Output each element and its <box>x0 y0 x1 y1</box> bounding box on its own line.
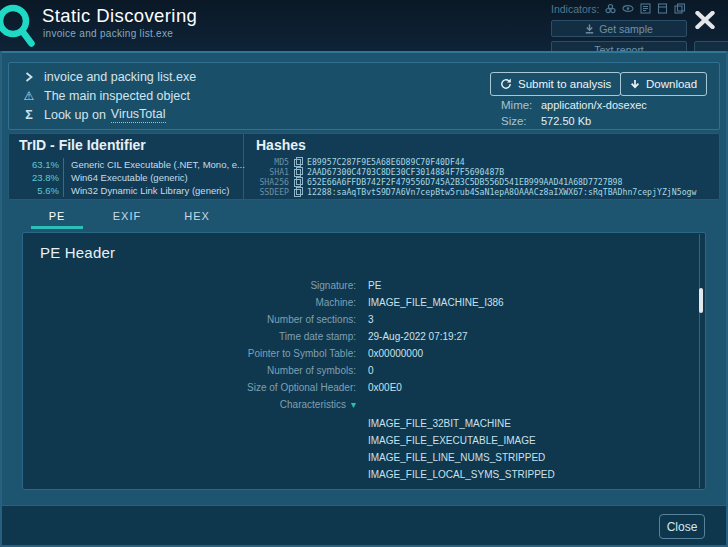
warning-triangle-icon: ⚠ <box>22 90 36 102</box>
characteristic-item: IMAGE_FILE_32BIT_MACHINE <box>368 418 555 435</box>
copy-icon[interactable] <box>294 167 303 177</box>
size-value: 572.50 Kb <box>541 115 591 127</box>
dialog-header: Static Discovering invoice and packing l… <box>0 0 728 53</box>
virustotal-icon: Σ <box>22 109 36 122</box>
dialog-title: Static Discovering <box>42 5 197 27</box>
file-name-text: invoice and packing list.exe <box>44 70 196 84</box>
pe-row-number-of-sections: Number of sections: 3 <box>23 311 705 328</box>
hash-row-sha1: SHA1 2AAD67300C4703C8DE30CF3014884F7F569… <box>247 167 696 177</box>
close-dialog-x-icon[interactable] <box>695 11 715 33</box>
pe-row-signature: Signature: PE <box>23 277 705 294</box>
mime-row: Mime: application/x-dosexec <box>501 98 647 112</box>
hash-row-ssdeep: SSDEEP 12288:saAqTBvtS9D7A6Vn7cepBtw5rub… <box>247 187 696 197</box>
inspected-object-text: The main inspected object <box>44 89 190 103</box>
lookup-text: Look up on <box>44 108 106 122</box>
tab-hex[interactable]: HEX <box>162 205 232 229</box>
pe-row-characteristics[interactable]: Characteristics▾ <box>23 396 705 413</box>
pe-header-title: PE Header <box>40 244 115 261</box>
file-name-row[interactable]: invoice and packing list.exe <box>22 68 196 86</box>
hash-row-sha256: SHA256 652E66A6FFDB742F2F479556D745A2B3C… <box>247 177 696 187</box>
hashes-title: Hashes <box>256 137 306 153</box>
hash-row-md5: MD5 E89957C287F9E5A68E6D89C70F40DF44 <box>247 157 696 167</box>
indicators-row: Indicators: <box>551 2 686 15</box>
pe-row-machine: Machine: IMAGE_FILE_MACHINE_I386 <box>23 294 705 311</box>
refresh-icon <box>500 78 512 90</box>
file-info-panel: invoice and packing list.exe ⚠ The main … <box>8 62 720 130</box>
pe-header-rows: Signature: PE Machine: IMAGE_FILE_MACHIN… <box>23 277 705 413</box>
report-list-icon <box>640 0 651 18</box>
indicators-label: Indicators: <box>551 3 599 15</box>
characteristic-item: IMAGE_FILE_LOCAL_SYMS_STRIPPED <box>368 469 555 486</box>
pe-row-pointer-symbol-table: Pointer to Symbol Table: 0x00000000 <box>23 345 705 362</box>
characteristics-label: Characteristics <box>280 399 346 410</box>
active-tab-underline <box>31 226 83 229</box>
virustotal-lookup-row[interactable]: Σ Look up on VirusTotal <box>22 106 166 124</box>
copy-icon[interactable] <box>294 177 303 187</box>
trid-row: 63.1% Generic CIL Executable (.NET, Mono… <box>9 158 245 171</box>
tab-pe[interactable]: PE <box>22 205 92 229</box>
eye-icon <box>622 0 634 18</box>
characteristic-item: IMAGE_FILE_LINE_NUMS_STRIPPED <box>368 452 555 469</box>
virustotal-link[interactable]: VirusTotal <box>111 107 166 123</box>
trid-title: TrID - File Identifier <box>19 137 146 153</box>
scrollbar-track[interactable] <box>699 234 700 488</box>
tab-exif[interactable]: EXIF <box>92 205 162 229</box>
size-label: Size: <box>501 115 535 127</box>
download-arrow-icon <box>630 79 640 90</box>
characteristics-list: IMAGE_FILE_32BIT_MACHINE IMAGE_FILE_EXEC… <box>368 418 555 486</box>
pe-header-panel: PE Header Signature: PE Machine: IMAGE_F… <box>22 232 706 490</box>
pe-row-time-date-stamp: Time date stamp: 29-Aug-2022 07:19:27 <box>23 328 705 345</box>
submit-to-analysis-button[interactable]: Submit to analysis <box>490 72 621 96</box>
dialog-subtitle-filename: invoice and packing list.exe <box>43 28 173 39</box>
trid-row: 23.8% Win64 Executable (generic) <box>9 171 245 184</box>
scrollbar-thumb[interactable] <box>699 288 703 313</box>
biohazard-icon <box>605 0 616 18</box>
identification-panel: TrID - File Identifier 63.1% Generic CIL… <box>8 133 720 200</box>
size-row: Size: 572.50 Kb <box>501 114 591 128</box>
mime-value: application/x-dosexec <box>541 99 647 111</box>
trid-row: 5.6% Win32 Dynamic Link Library (generic… <box>9 184 245 197</box>
tab-bar: PE EXIF HEX <box>22 205 232 229</box>
download-to-line-icon <box>585 24 594 34</box>
copy-files-icon <box>674 0 686 18</box>
close-button[interactable]: Close <box>659 514 705 539</box>
chevron-right-icon <box>22 72 36 82</box>
pe-row-size-optional-header: Size of Optional Header: 0x00E0 <box>23 379 705 396</box>
characteristic-item: IMAGE_FILE_EXECUTABLE_IMAGE <box>368 435 555 452</box>
text-file-icon <box>657 0 668 18</box>
inspected-object-row: ⚠ The main inspected object <box>22 87 190 105</box>
get-sample-button[interactable]: Get sample <box>551 20 687 37</box>
modal-left-border <box>0 51 2 547</box>
trid-rows: 63.1% Generic CIL Executable (.NET, Mono… <box>9 158 245 197</box>
copy-icon[interactable] <box>294 187 303 197</box>
mime-label: Mime: <box>501 99 535 111</box>
pe-row-number-of-symbols: Number of symbols: 0 <box>23 362 705 379</box>
download-button[interactable]: Download <box>620 72 707 96</box>
copy-icon[interactable] <box>294 157 303 167</box>
magnifier-logo-icon <box>0 2 40 55</box>
dialog-footer: Close <box>0 505 728 547</box>
chevron-down-icon: ▾ <box>351 399 356 410</box>
